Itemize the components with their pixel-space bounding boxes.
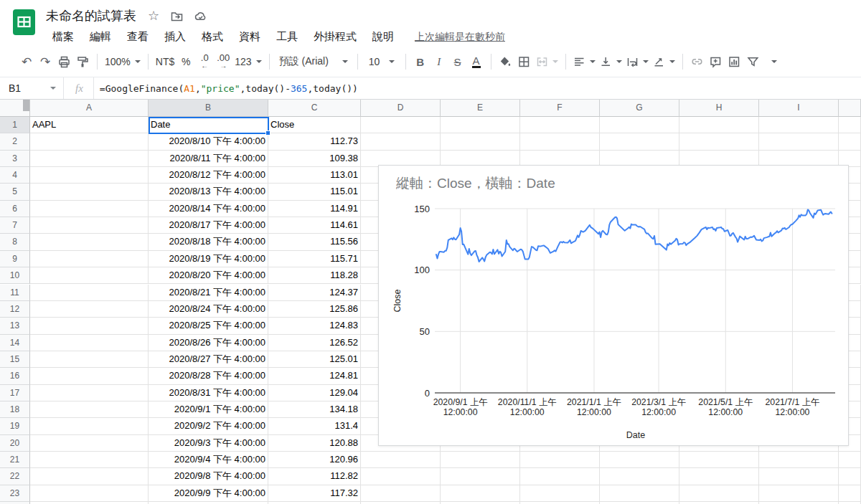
- vertical-align-button[interactable]: [598, 52, 624, 72]
- strikethrough-button[interactable]: S: [448, 52, 467, 72]
- cell-A15[interactable]: [30, 351, 149, 368]
- menu-item-1[interactable]: 編輯: [83, 29, 118, 45]
- row-header-19[interactable]: 19: [0, 418, 30, 434]
- formula-input[interactable]: =GoogleFinance(A1,"price",today()-365,to…: [94, 83, 358, 94]
- cell-C15[interactable]: 125.01: [268, 351, 361, 368]
- cell-X21[interactable]: [839, 452, 861, 468]
- row-header-11[interactable]: 11: [0, 285, 30, 301]
- cell-I1[interactable]: [759, 117, 839, 133]
- more-formats-button[interactable]: 123: [232, 52, 263, 72]
- row-header-21[interactable]: 21: [0, 452, 30, 468]
- row-header-23[interactable]: 23: [0, 485, 30, 502]
- star-icon[interactable]: ☆: [148, 9, 159, 22]
- cell-B8[interactable]: 2020/8/18 下午 4:00:00: [149, 234, 268, 250]
- cell-A4[interactable]: [30, 167, 149, 184]
- cell-C14[interactable]: 126.52: [268, 335, 361, 351]
- row-header-14[interactable]: 14: [0, 335, 30, 351]
- insert-link-button[interactable]: [688, 52, 707, 72]
- column-header-I[interactable]: I: [759, 100, 839, 117]
- row-header-6[interactable]: 6: [0, 201, 30, 217]
- menu-item-8[interactable]: 說明: [366, 29, 400, 45]
- cell-F23[interactable]: [520, 485, 600, 502]
- cell-C7[interactable]: 114.61: [268, 217, 361, 234]
- cell-B2[interactable]: 2020/8/10 下午 4:00:00: [149, 133, 268, 150]
- row-header-10[interactable]: 10: [0, 267, 30, 284]
- cell-A10[interactable]: [30, 267, 149, 284]
- cell-F2[interactable]: [520, 133, 600, 150]
- cell-C13[interactable]: 124.83: [268, 318, 361, 334]
- paint-format-button[interactable]: [73, 52, 92, 72]
- column-header-G[interactable]: G: [600, 100, 679, 117]
- cell-B18[interactable]: 2020/9/1 下午 4:00:00: [149, 401, 268, 418]
- insert-chart-button[interactable]: [725, 52, 744, 72]
- cell-B15[interactable]: 2020/8/27 下午 4:00:00: [149, 351, 268, 368]
- row-header-4[interactable]: 4: [0, 167, 30, 184]
- document-title[interactable]: 未命名的試算表: [46, 7, 136, 24]
- column-header-C[interactable]: C: [268, 100, 361, 117]
- cell-A12[interactable]: [30, 301, 149, 318]
- increase-decimal-button[interactable]: .00→: [214, 52, 232, 72]
- cell-C22[interactable]: 112.82: [268, 468, 361, 485]
- move-to-folder-icon[interactable]: [171, 10, 183, 22]
- column-header-B[interactable]: B: [149, 100, 268, 117]
- cell-B22[interactable]: 2020/9/8 下午 4:00:00: [149, 468, 268, 485]
- cell-D2[interactable]: [361, 133, 441, 150]
- menu-item-4[interactable]: 格式: [195, 29, 230, 45]
- cell-D21[interactable]: [361, 452, 441, 468]
- cell-C12[interactable]: 125.86: [268, 301, 361, 318]
- cell-C4[interactable]: 113.01: [268, 167, 361, 184]
- column-header-A[interactable]: A: [30, 100, 149, 117]
- cell-C6[interactable]: 114.91: [268, 201, 361, 217]
- last-edited-link[interactable]: 上次編輯是在數秒前: [415, 31, 505, 44]
- cell-I23[interactable]: [759, 485, 839, 502]
- row-header-8[interactable]: 8: [0, 234, 30, 250]
- cell-A17[interactable]: [30, 385, 149, 401]
- cell-F21[interactable]: [520, 452, 600, 468]
- column-header-E[interactable]: E: [441, 100, 520, 117]
- font-select[interactable]: 預設 (Arial): [275, 52, 352, 72]
- cell-B13[interactable]: 2020/8/25 下午 4:00:00: [149, 318, 268, 334]
- cell-D23[interactable]: [361, 485, 441, 502]
- cell-X2[interactable]: [839, 133, 861, 150]
- cell-B16[interactable]: 2020/8/28 下午 4:00:00: [149, 368, 268, 384]
- cell-X1[interactable]: [839, 117, 861, 133]
- cell-A14[interactable]: [30, 335, 149, 351]
- borders-button[interactable]: [515, 52, 534, 72]
- font-size-select[interactable]: 10: [363, 52, 400, 72]
- cell-C23[interactable]: 117.32: [268, 485, 361, 502]
- cell-C18[interactable]: 134.18: [268, 401, 361, 418]
- cell-C10[interactable]: 118.28: [268, 267, 361, 284]
- cell-I22[interactable]: [759, 468, 839, 485]
- cell-E21[interactable]: [441, 452, 520, 468]
- cell-H21[interactable]: [679, 452, 759, 468]
- cell-A20[interactable]: [30, 435, 149, 452]
- cell-H2[interactable]: [679, 133, 759, 150]
- currency-format-button[interactable]: NT$: [154, 52, 177, 72]
- cell-D1[interactable]: [361, 117, 441, 133]
- cell-C3[interactable]: 109.38: [268, 151, 361, 167]
- cell-G2[interactable]: [600, 133, 679, 150]
- cell-C16[interactable]: 124.81: [268, 368, 361, 384]
- cell-C9[interactable]: 115.71: [268, 251, 361, 267]
- cell-G22[interactable]: [600, 468, 679, 485]
- cell-B21[interactable]: 2020/9/4 下午 4:00:00: [149, 452, 268, 468]
- cell-A5[interactable]: [30, 184, 149, 200]
- cell-A8[interactable]: [30, 234, 149, 250]
- text-color-button[interactable]: A: [467, 52, 486, 72]
- text-rotation-button[interactable]: [651, 52, 677, 72]
- cell-B20[interactable]: 2020/9/3 下午 4:00:00: [149, 435, 268, 452]
- cell-B4[interactable]: 2020/8/12 下午 4:00:00: [149, 167, 268, 184]
- cloud-saved-icon[interactable]: [194, 10, 207, 22]
- cell-A3[interactable]: [30, 151, 149, 167]
- row-header-16[interactable]: 16: [0, 368, 30, 384]
- cell-A16[interactable]: [30, 368, 149, 384]
- horizontal-align-button[interactable]: [571, 52, 598, 72]
- cell-C8[interactable]: 115.56: [268, 234, 361, 250]
- cell-E22[interactable]: [441, 468, 520, 485]
- cell-H22[interactable]: [679, 468, 759, 485]
- cell-A22[interactable]: [30, 468, 149, 485]
- cell-A9[interactable]: [30, 251, 149, 267]
- column-header-partial[interactable]: [839, 100, 861, 117]
- percent-format-button[interactable]: %: [177, 52, 195, 72]
- cell-A11[interactable]: [30, 285, 149, 301]
